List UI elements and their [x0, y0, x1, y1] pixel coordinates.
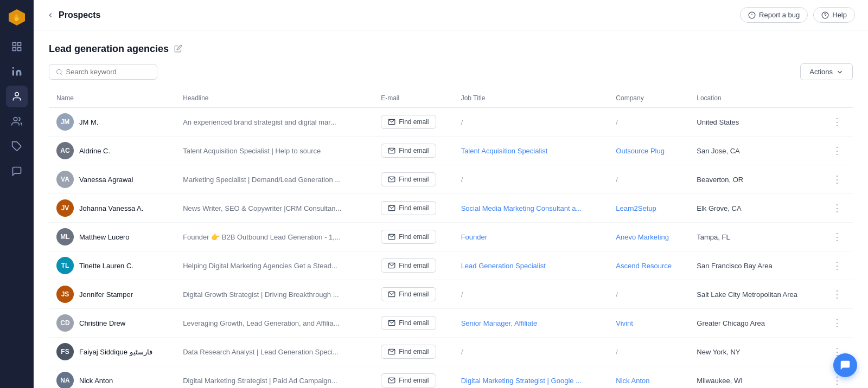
table-row: ML Matthew Lucero Founder 👉 B2B Outbound… — [49, 223, 853, 251]
row-more-button[interactable]: ⋮ — [829, 316, 845, 330]
cell-job-title: / — [454, 280, 609, 309]
headline-text: Leveraging Growth, Lead Generation, and … — [183, 319, 339, 327]
prospect-name: JM M. — [79, 118, 98, 126]
find-email-button[interactable]: Find email — [381, 115, 436, 129]
find-email-label: Find email — [399, 118, 429, 126]
table-body: JM JM M. An experienced brand strategist… — [49, 108, 853, 389]
col-company: Company — [608, 89, 689, 108]
col-actions — [821, 89, 853, 108]
topbar: Prospects Report a bug Help — [34, 0, 868, 30]
cell-company: Anevo Marketing — [608, 223, 689, 251]
svg-line-16 — [61, 73, 62, 74]
find-email-button[interactable]: Find email — [381, 144, 436, 158]
table-row: FS Faiyaj Siddique فارسٹیو Data Research… — [49, 338, 853, 366]
company-link[interactable]: Ascend Resource — [616, 262, 672, 270]
cell-email: Find email — [373, 223, 453, 251]
cell-email: Find email — [373, 338, 453, 366]
find-email-button[interactable]: Find email — [381, 172, 436, 186]
cell-location: Elk Grove, CA — [689, 194, 821, 223]
find-email-label: Find email — [399, 348, 429, 355]
sidebar-item-linkedin[interactable] — [6, 61, 28, 82]
company-link[interactable]: Learn2Setup — [616, 204, 656, 212]
job-title-link[interactable]: Digital Marketing Strategist | Google ..… — [461, 377, 582, 385]
headline-text: Helping Digital Marketing Agencies Get a… — [183, 262, 337, 270]
prospect-name: Nick Anton — [79, 377, 113, 385]
back-button[interactable] — [47, 11, 54, 19]
find-email-button[interactable]: Find email — [381, 201, 436, 215]
location-text: New York, NY — [697, 348, 740, 356]
prospect-name: Vanessa Agrawal — [79, 176, 133, 184]
cell-name: JM JM M. — [49, 108, 175, 137]
job-title-link[interactable]: Senior Manager, Affiliate — [461, 319, 538, 327]
headline-text: Digital Growth Strategist | Driving Brea… — [183, 290, 339, 299]
company-link[interactable]: Vivint — [616, 319, 633, 327]
sidebar-item-dashboard[interactable] — [6, 36, 28, 57]
job-title-empty: / — [461, 176, 463, 184]
col-name: Name — [49, 89, 175, 108]
row-more-button[interactable]: ⋮ — [829, 258, 845, 273]
find-email-button[interactable]: Find email — [381, 287, 436, 301]
cell-email: Find email — [373, 165, 453, 194]
cell-more: ⋮ — [821, 137, 853, 165]
report-bug-button[interactable]: Report a bug — [740, 7, 808, 23]
location-text: San Francisco Bay Area — [697, 262, 772, 270]
sidebar-item-teams[interactable] — [6, 111, 28, 132]
company-link[interactable]: Outsource Plug — [616, 147, 665, 155]
sidebar-item-tags[interactable] — [6, 135, 28, 157]
cell-headline: Leveraging Growth, Lead Generation, and … — [175, 309, 373, 338]
find-email-label: Find email — [399, 176, 429, 183]
cell-more: ⋮ — [821, 280, 853, 309]
row-more-button[interactable]: ⋮ — [829, 230, 845, 244]
cell-name: JS Jennifer Stamper — [49, 280, 175, 309]
job-title-empty: / — [461, 348, 463, 356]
job-title-link[interactable]: Founder — [461, 233, 487, 241]
row-more-button[interactable]: ⋮ — [829, 115, 845, 129]
find-email-button[interactable]: Find email — [381, 230, 436, 244]
find-email-button[interactable]: Find email — [381, 258, 436, 273]
cell-email: Find email — [373, 366, 453, 389]
cell-name: FS Faiyaj Siddique فارسٹیو — [49, 338, 175, 366]
list-title: Lead generation agencies — [49, 43, 169, 55]
cell-more: ⋮ — [821, 165, 853, 194]
main-container: Prospects Report a bug Help Lead generat… — [34, 0, 868, 388]
cell-company: / — [608, 108, 689, 137]
company-empty: / — [616, 348, 618, 356]
table-row: VA Vanessa Agrawal Marketing Specialist … — [49, 165, 853, 194]
sidebar-item-messages[interactable] — [6, 160, 28, 182]
row-more-button[interactable]: ⋮ — [829, 144, 845, 158]
cell-headline: An experienced brand strategist and digi… — [175, 108, 373, 137]
prospect-name: Matthew Lucero — [79, 233, 130, 241]
company-link[interactable]: Nick Anton — [616, 377, 649, 385]
avatar: JM — [56, 113, 74, 131]
row-more-button[interactable]: ⋮ — [829, 287, 845, 301]
find-email-button[interactable]: Find email — [381, 316, 436, 330]
cell-more: ⋮ — [821, 251, 853, 280]
prospect-name: Johanna Vanessa A. — [79, 204, 143, 212]
cell-more: ⋮ — [821, 108, 853, 137]
actions-label: Actions — [809, 68, 833, 76]
row-more-button[interactable]: ⋮ — [829, 172, 845, 186]
find-email-button[interactable]: Find email — [381, 373, 436, 387]
cell-location: Milwaukee, WI — [689, 366, 821, 389]
cell-name: VA Vanessa Agrawal — [49, 165, 175, 194]
company-link[interactable]: Anevo Marketing — [616, 233, 669, 241]
search-icon — [56, 68, 63, 76]
company-empty: / — [616, 176, 618, 184]
edit-title-icon[interactable] — [174, 44, 182, 54]
find-email-label: Find email — [399, 233, 429, 241]
row-more-button[interactable]: ⋮ — [829, 201, 845, 215]
job-title-link[interactable]: Lead Generation Specialist — [461, 262, 546, 270]
job-title-link[interactable]: Talent Acquisition Specialist — [461, 147, 548, 155]
find-email-button[interactable]: Find email — [381, 345, 436, 359]
search-input[interactable] — [66, 68, 150, 76]
help-button[interactable]: Help — [813, 7, 855, 23]
cell-job-title: Lead Generation Specialist — [454, 251, 609, 280]
page-title: Prospects — [59, 10, 740, 20]
cell-email: Find email — [373, 137, 453, 165]
job-title-link[interactable]: Social Media Marketing Consultant a... — [461, 204, 582, 212]
chat-bubble-button[interactable] — [833, 353, 857, 377]
prospects-table: Name Headline E-mail Job Title Company L… — [49, 89, 853, 388]
actions-button[interactable]: Actions — [800, 63, 853, 80]
sidebar-item-prospects[interactable] — [6, 86, 28, 107]
cell-headline: Talent Acquisition Specialist | Help to … — [175, 137, 373, 165]
